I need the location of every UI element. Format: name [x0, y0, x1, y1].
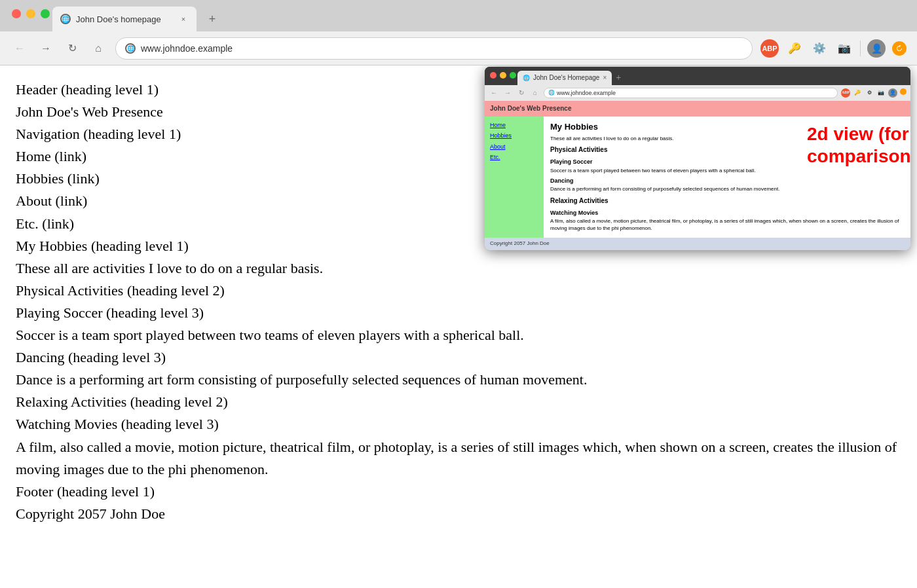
dancing-heading: Dancing (heading level 3) [16, 346, 901, 369]
movies-desc: A film, also called a movie, motion pict… [16, 436, 901, 481]
avatar-icon[interactable]: 👤 [867, 39, 886, 58]
home-button[interactable]: ⌂ [89, 39, 107, 58]
footer-heading: Footer (heading level 1) [16, 481, 901, 503]
traffic-light-green[interactable] [41, 9, 50, 18]
mini-update-icon [900, 88, 907, 95]
mini-address-url: www.johndoe.example [557, 88, 616, 98]
dancing-desc: Dance is a performing art form consistin… [16, 369, 901, 391]
soccer-desc: Soccer is a team sport played between tw… [16, 324, 901, 346]
toolbar-divider [860, 41, 861, 56]
mini-gear-icon: ⚙ [865, 88, 874, 98]
overlay-line1: 2d view (for [807, 123, 910, 145]
address-globe-icon: 🌐 [125, 43, 136, 54]
mini-nav: Home Hobbies About Etc. [485, 117, 544, 238]
mini-avatar-icon: 👤 [888, 88, 897, 98]
copyright-text: Copyright 2057 John Doe [16, 503, 901, 525]
mini-active-tab: 🌐 John Doe's Homepage × [517, 71, 612, 85]
traffic-light-yellow[interactable] [26, 9, 35, 18]
nav-bar: ← → ↻ ⌂ 🌐 www.johndoe.example ABP 🔑 ⚙️ 📷… [0, 31, 917, 65]
tab-globe-icon: 🌐 [60, 14, 71, 24]
abp-icon[interactable]: ABP [760, 39, 779, 58]
mini-tl-green [510, 72, 516, 79]
mini-abp-icon: ABP [841, 88, 850, 98]
refresh-button[interactable]: ↻ [63, 39, 81, 58]
mini-tab-bar: 🌐 John Doe's Homepage × + [485, 67, 910, 85]
back-button[interactable]: ← [10, 39, 29, 58]
mini-dancing-heading: Dancing [550, 176, 904, 185]
camera-icon[interactable]: 📷 [835, 39, 853, 58]
mini-site-header: John Doe's Web Presence [485, 101, 910, 117]
mini-dancing-desc: Dance is a performing art form consistin… [550, 186, 904, 193]
mini-body: Home Hobbies About Etc. My Hobbies These… [485, 117, 910, 238]
mini-toolbar-icons: ABP 🔑 ⚙ 📷 👤 [841, 88, 907, 98]
address-bar[interactable]: 🌐 www.johndoe.example [115, 37, 753, 60]
mini-nav-about: About [490, 142, 538, 151]
mini-tl-red [490, 72, 496, 79]
mini-relaxing-heading: Relaxing Activities [550, 196, 904, 206]
mini-nav-etc: Etc. [490, 153, 538, 162]
mini-tab-title: John Doe's Homepage [533, 73, 599, 83]
mini-page: John Doe's Web Presence Home Hobbies Abo… [485, 101, 910, 250]
tab-close-button[interactable]: × [178, 14, 189, 24]
mini-address-bar: 🌐 www.johndoe.example [544, 88, 838, 98]
traffic-light-red[interactable] [12, 9, 21, 18]
mini-browser-preview: 🌐 John Doe's Homepage × + ← → ↻ ⌂ 🌐 www.… [485, 67, 910, 250]
physical-heading: Physical Activities (heading level 2) [16, 280, 901, 302]
mini-footer: Copyright 2057 John Doe [485, 238, 910, 250]
update-icon[interactable] [892, 41, 907, 56]
settings-icon[interactable]: ⚙️ [810, 39, 829, 58]
movies-heading: Watching Movies (heading level 3) [16, 413, 901, 435]
forward-button[interactable]: → [37, 39, 55, 58]
soccer-heading: Playing Soccer (heading level 3) [16, 302, 901, 324]
tab-title: John Doe's homepage [76, 14, 173, 24]
active-tab[interactable]: 🌐 John Doe's homepage × [52, 7, 196, 31]
password-icon[interactable]: 🔑 [785, 39, 804, 58]
mini-key-icon: 🔑 [853, 88, 862, 98]
mini-back-btn: ← [489, 88, 499, 98]
mini-home-btn: ⌂ [530, 88, 540, 98]
mini-traffic-lights [490, 72, 516, 79]
tab-bar: 🌐 John Doe's homepage × + [0, 0, 917, 31]
new-tab-button[interactable]: + [202, 7, 223, 31]
mini-forward-btn: → [502, 88, 513, 98]
mini-nav-hobbies: Hobbies [490, 131, 538, 140]
mini-main-content: My Hobbies These all are activities I lo… [544, 117, 910, 238]
mini-new-tab: + [612, 71, 625, 85]
page-content: Header (heading level 1) John Doe's Web … [0, 65, 917, 588]
mini-copyright: Copyright 2057 John Doe [490, 240, 550, 246]
mini-camera-icon: 📷 [876, 88, 886, 98]
toolbar-icons: ABP 🔑 ⚙️ 📷 👤 [760, 39, 907, 58]
mini-movies-desc: A film, also called a movie, motion pict… [550, 218, 904, 232]
overlay-comparison-text: 2d view (for comparison) [807, 123, 910, 167]
hobbies-intro: These all are activities I love to do on… [16, 257, 901, 280]
mini-nav-home: Home [490, 120, 538, 130]
address-url: www.johndoe.example [141, 43, 743, 54]
mini-movies-heading: Watching Movies [550, 208, 904, 217]
overlay-line2: comparison) [807, 145, 910, 168]
mini-nav-bar: ← → ↻ ⌂ 🌐 www.johndoe.example ABP 🔑 ⚙ 📷 … [485, 85, 910, 101]
mini-tl-yellow [500, 72, 506, 79]
mini-soccer-desc: Soccer is a team sport played between tw… [550, 168, 904, 174]
mini-site-title: John Doe's Web Presence [490, 105, 571, 112]
relaxing-heading: Relaxing Activities (heading level 2) [16, 391, 901, 413]
mini-refresh-btn: ↻ [516, 88, 527, 98]
